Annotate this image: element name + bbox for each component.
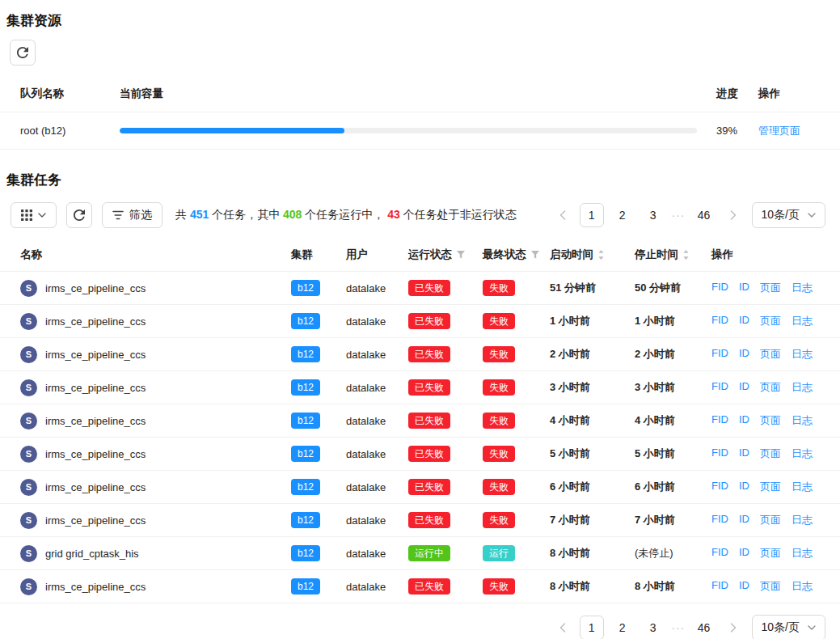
page-ellipsis[interactable]: ··· [672, 621, 686, 634]
filter-button[interactable]: 筛选 [102, 202, 163, 228]
log-link[interactable]: 日志 [791, 380, 813, 395]
page-link[interactable]: 页面 [760, 579, 781, 594]
cluster-tag: b12 [291, 578, 320, 595]
page-link[interactable]: 页面 [760, 546, 781, 561]
page-link[interactable]: 页面 [760, 281, 781, 295]
run-status-tag: 运行中 [408, 545, 450, 561]
resources-table-header: 队列名称 当前容量 进度 操作 [0, 75, 840, 112]
log-link[interactable]: 日志 [791, 347, 813, 362]
stop-time: 5 小时前 [635, 446, 711, 461]
page-link[interactable]: 页面 [760, 446, 781, 461]
fid-link[interactable]: FID [711, 579, 728, 594]
fid-link[interactable]: FID [711, 546, 728, 561]
header-resource-actions: 操作 [758, 87, 828, 101]
page-button-3[interactable]: 3 [641, 616, 665, 639]
cluster-resources-section: 集群资源 队列名称 当前容量 进度 操作 root (b12) [0, 0, 840, 150]
page-button-46[interactable]: 46 [692, 616, 716, 639]
fid-link[interactable]: FID [711, 413, 728, 428]
row-actions: FID ID 页面 日志 [711, 513, 834, 527]
header-start-time[interactable]: 启动时间 [550, 248, 635, 262]
id-link[interactable]: ID [739, 513, 749, 527]
log-link[interactable]: 日志 [791, 579, 813, 594]
resources-refresh-button[interactable] [10, 40, 36, 66]
avatar: S [20, 446, 37, 463]
view-options-button[interactable] [11, 202, 57, 228]
task-name: irms_ce_pipeline_ccs [45, 282, 146, 294]
fid-link[interactable]: FID [711, 314, 728, 328]
id-link[interactable]: ID [739, 446, 749, 461]
fid-link[interactable]: FID [711, 347, 728, 362]
avatar: S [20, 313, 37, 330]
chevron-down-icon [38, 213, 46, 218]
sorter-icon[interactable] [597, 249, 605, 260]
header-progress: 进度 [716, 87, 758, 101]
prev-page-button[interactable] [552, 616, 573, 639]
page-link[interactable]: 页面 [760, 513, 781, 527]
filter-icon [112, 210, 124, 220]
id-link[interactable]: ID [739, 314, 749, 328]
filter-funnel-icon[interactable] [530, 250, 540, 260]
page-link[interactable]: 页面 [760, 480, 781, 494]
page-link[interactable]: 页面 [760, 413, 781, 428]
id-link[interactable]: ID [739, 579, 749, 594]
stop-time: 8 小时前 [635, 579, 711, 594]
page-button-1[interactable]: 1 [580, 616, 604, 639]
page-size-select[interactable]: 10条/页 [752, 202, 825, 228]
table-row: S irms_ce_pipeline_ccs b12 datalake 已失败 … [0, 305, 840, 338]
fid-link[interactable]: FID [711, 480, 728, 494]
next-page-button[interactable] [723, 203, 744, 227]
id-link[interactable]: ID [739, 480, 749, 494]
id-link[interactable]: ID [739, 413, 749, 428]
page-button-3[interactable]: 3 [641, 203, 665, 227]
table-row: S irms_ce_pipeline_ccs b12 datalake 已失败 … [0, 438, 840, 471]
filter-funnel-icon[interactable] [456, 250, 466, 260]
page-size-select[interactable]: 10条/页 [752, 615, 825, 639]
id-link[interactable]: ID [739, 380, 749, 395]
id-link[interactable]: ID [739, 546, 749, 561]
fid-link[interactable]: FID [711, 446, 728, 461]
id-link[interactable]: ID [739, 281, 749, 295]
header-run-status: 运行状态 [408, 248, 483, 262]
page-ellipsis[interactable]: ··· [672, 209, 686, 222]
log-link[interactable]: 日志 [791, 281, 813, 295]
start-time: 1 小时前 [550, 314, 635, 328]
page-button-2[interactable]: 2 [610, 616, 635, 639]
run-status-tag: 已失败 [408, 379, 450, 396]
fid-link[interactable]: FID [711, 281, 728, 295]
log-link[interactable]: 日志 [791, 546, 813, 561]
table-row: S irms_ce_pipeline_ccs b12 datalake 已失败 … [0, 338, 840, 371]
task-user: datalake [346, 448, 408, 460]
page-link[interactable]: 页面 [760, 314, 781, 328]
page-link[interactable]: 页面 [760, 380, 781, 395]
final-status-tag: 失败 [483, 446, 515, 462]
start-time: 3 小时前 [550, 380, 635, 395]
manage-page-link[interactable]: 管理页面 [758, 125, 800, 137]
page-button-46[interactable]: 46 [692, 203, 716, 227]
task-user: datalake [346, 282, 408, 294]
log-link[interactable]: 日志 [791, 413, 813, 428]
log-link[interactable]: 日志 [791, 513, 813, 527]
page-link[interactable]: 页面 [760, 347, 781, 362]
tasks-refresh-button[interactable] [66, 202, 92, 228]
tasks-table-header: 名称 集群 用户 运行状态 最终状态 启动时间 [0, 238, 840, 272]
log-link[interactable]: 日志 [791, 314, 813, 328]
avatar: S [20, 578, 37, 595]
sorter-icon[interactable] [682, 249, 690, 260]
log-link[interactable]: 日志 [791, 446, 813, 461]
next-page-button[interactable] [723, 616, 744, 639]
chevron-down-icon [808, 213, 816, 218]
id-link[interactable]: ID [739, 347, 749, 362]
page-button-1[interactable]: 1 [580, 203, 604, 227]
row-actions: FID ID 页面 日志 [711, 281, 834, 295]
header-stop-time[interactable]: 停止时间 [635, 248, 711, 262]
page-button-2[interactable]: 2 [610, 203, 635, 227]
prev-page-button[interactable] [552, 203, 573, 227]
fid-link[interactable]: FID [711, 380, 728, 395]
run-status-tag: 已失败 [408, 578, 450, 595]
nonrunning-count: 43 [387, 208, 400, 221]
fid-link[interactable]: FID [711, 513, 728, 527]
name-cell: S irms_ce_pipeline_ccs [20, 346, 291, 363]
row-actions: FID ID 页面 日志 [711, 446, 834, 461]
task-name: irms_ce_pipeline_ccs [45, 581, 146, 593]
log-link[interactable]: 日志 [791, 480, 813, 494]
